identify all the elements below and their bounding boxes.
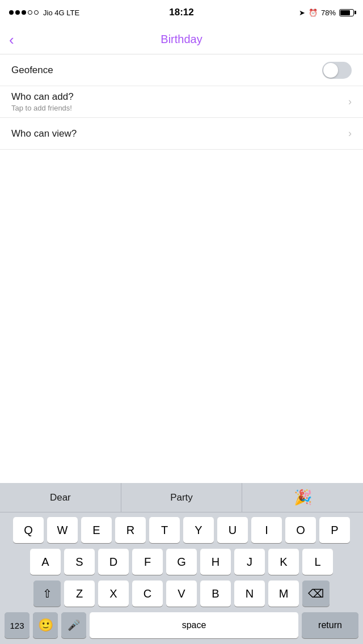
who-can-add-sublabel: Tap to add friends! xyxy=(11,104,74,112)
key-f[interactable]: F xyxy=(132,549,163,575)
key-g[interactable]: G xyxy=(166,549,197,575)
geofence-toggle[interactable] xyxy=(322,62,352,79)
who-can-view-label: Who can view? xyxy=(11,128,77,139)
nav-bar: ‹ Birthday xyxy=(0,25,363,54)
back-button[interactable]: ‹ xyxy=(9,32,14,47)
dot2 xyxy=(15,10,20,15)
key-b[interactable]: B xyxy=(200,581,231,607)
who-can-add-label-group: Who can add? Tap to add friends! xyxy=(11,91,74,112)
status-bar: Jio 4G LTE 18:12 ➤ ⏰ 78% xyxy=(0,0,363,25)
key-row-2: A S D F G H J K L xyxy=(2,549,361,575)
keyboard-area: Dear Party 🎉 Q W E R T Y U I O P A S D F… xyxy=(0,483,363,644)
key-j[interactable]: J xyxy=(234,549,265,575)
who-can-add-label: Who can add? xyxy=(11,91,74,103)
key-emoji[interactable]: 🙂 xyxy=(33,612,58,638)
key-shift[interactable]: ⇧ xyxy=(33,581,61,607)
key-h[interactable]: H xyxy=(200,549,231,575)
key-delete[interactable]: ⌫ xyxy=(302,581,330,607)
key-m[interactable]: M xyxy=(268,581,299,607)
key-z[interactable]: Z xyxy=(64,581,95,607)
battery-fill xyxy=(340,10,350,15)
battery-icon xyxy=(339,9,354,16)
key-c[interactable]: C xyxy=(132,581,163,607)
key-d[interactable]: D xyxy=(98,549,129,575)
key-row-3: ⇧ Z X C V B N M ⌫ xyxy=(2,581,361,607)
content-spacer xyxy=(0,150,363,354)
who-can-view-row[interactable]: Who can view? › xyxy=(0,118,363,150)
key-row-bottom: 123 🙂 🎤 space return xyxy=(2,612,361,638)
autocomplete-bar: Dear Party 🎉 xyxy=(0,483,363,512)
dot1 xyxy=(9,10,14,15)
alarm-icon: ⏰ xyxy=(309,9,318,17)
status-time: 18:12 xyxy=(169,7,193,18)
key-s[interactable]: S xyxy=(64,549,95,575)
key-e[interactable]: E xyxy=(81,517,112,543)
who-can-view-chevron: › xyxy=(348,128,352,139)
geofence-row[interactable]: Geofence xyxy=(0,54,363,86)
key-space[interactable]: space xyxy=(90,612,298,638)
carrier-text: Jio 4G LTE xyxy=(43,9,79,17)
who-can-view-label-group: Who can view? xyxy=(11,128,77,139)
autocomplete-party[interactable]: Party xyxy=(121,483,243,512)
key-u[interactable]: U xyxy=(217,517,248,543)
key-a[interactable]: A xyxy=(30,549,61,575)
status-left: Jio 4G LTE xyxy=(9,9,79,17)
key-q[interactable]: Q xyxy=(13,517,44,543)
dot4 xyxy=(28,10,32,15)
key-t[interactable]: T xyxy=(149,517,180,543)
dot3 xyxy=(22,10,26,15)
key-n[interactable]: N xyxy=(234,581,265,607)
settings-content: Geofence Who can add? Tap to add friends… xyxy=(0,54,363,150)
page-title: Birthday xyxy=(161,33,202,46)
key-numbers[interactable]: 123 xyxy=(5,612,29,638)
key-r[interactable]: R xyxy=(115,517,146,543)
who-can-add-row[interactable]: Who can add? Tap to add friends! › xyxy=(0,86,363,118)
dot5 xyxy=(34,10,39,15)
autocomplete-dear[interactable]: Dear xyxy=(0,483,121,512)
battery-percent: 78% xyxy=(321,9,336,17)
status-right: ➤ ⏰ 78% xyxy=(299,9,354,17)
autocomplete-emoji[interactable]: 🎉 xyxy=(242,483,363,512)
key-k[interactable]: K xyxy=(268,549,299,575)
location-icon: ➤ xyxy=(299,9,305,17)
key-i[interactable]: I xyxy=(251,517,282,543)
key-p[interactable]: P xyxy=(319,517,350,543)
key-x[interactable]: X xyxy=(98,581,129,607)
geofence-label: Geofence xyxy=(11,65,53,76)
key-return[interactable]: return xyxy=(302,612,358,638)
key-w[interactable]: W xyxy=(47,517,78,543)
who-can-add-chevron: › xyxy=(348,96,352,108)
toggle-knob xyxy=(323,63,338,78)
key-v[interactable]: V xyxy=(166,581,197,607)
keyboard: Q W E R T Y U I O P A S D F G H J K L ⇧ … xyxy=(0,512,363,644)
geofence-label-group: Geofence xyxy=(11,65,53,76)
key-l[interactable]: L xyxy=(302,549,333,575)
key-mic[interactable]: 🎤 xyxy=(61,612,86,638)
key-o[interactable]: O xyxy=(285,517,316,543)
key-row-1: Q W E R T Y U I O P xyxy=(2,517,361,543)
key-y[interactable]: Y xyxy=(183,517,214,543)
signal-dots xyxy=(9,10,39,15)
